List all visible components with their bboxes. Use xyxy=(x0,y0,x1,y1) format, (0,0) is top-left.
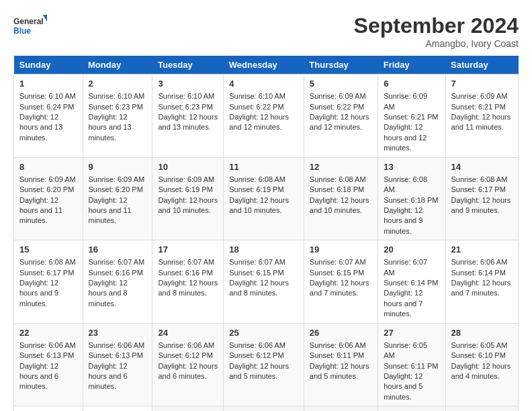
sunset-text: Sunset: 6:22 PM xyxy=(310,103,364,111)
day-number: 5 xyxy=(310,78,372,90)
sunrise-text: Sunrise: 6:08 AM xyxy=(384,175,427,193)
sunset-text: Sunset: 6:21 PM xyxy=(384,113,438,121)
sunset-text: Sunset: 6:17 PM xyxy=(19,269,74,277)
calendar-cell: 10 Sunrise: 6:09 AM Sunset: 6:19 PM Dayl… xyxy=(152,157,224,240)
daylight-text: Daylight: 12 hours and 7 minutes. xyxy=(451,279,511,297)
calendar-cell: 16 Sunrise: 6:07 AM Sunset: 6:16 PM Dayl… xyxy=(83,240,152,324)
day-number: 7 xyxy=(451,78,513,90)
sunset-text: Sunset: 6:17 PM xyxy=(451,185,506,193)
sunset-text: Sunset: 6:13 PM xyxy=(19,351,74,359)
daylight-text: Daylight: 12 hours and 9 minutes. xyxy=(19,279,58,308)
day-number: 4 xyxy=(229,78,298,90)
calendar-table: Sunday Monday Tuesday Wednesday Thursday… xyxy=(13,56,519,411)
sunset-text: Sunset: 6:12 PM xyxy=(229,351,283,359)
sunset-text: Sunset: 6:16 PM xyxy=(89,269,143,277)
day-number: 17 xyxy=(158,244,218,256)
daylight-text: Daylight: 12 hours and 13 minutes. xyxy=(89,113,132,142)
daylight-text: Daylight: 12 hours and 9 minutes. xyxy=(451,196,511,214)
daylight-text: Daylight: 12 hours and 7 minutes. xyxy=(384,289,423,318)
day-number: 28 xyxy=(451,327,513,339)
calendar-cell: 19 Sunrise: 6:07 AM Sunset: 6:15 PM Dayl… xyxy=(304,240,378,324)
sunrise-text: Sunrise: 6:09 AM xyxy=(384,92,427,110)
sunrise-text: Sunrise: 6:08 AM xyxy=(229,175,285,183)
sunrise-text: Sunrise: 6:08 AM xyxy=(310,175,366,183)
day-number: 25 xyxy=(229,327,298,339)
calendar-cell: 22 Sunrise: 6:06 AM Sunset: 6:13 PM Dayl… xyxy=(14,323,83,406)
sunrise-text: Sunrise: 6:06 AM xyxy=(451,258,508,266)
title-section: September 2024 Amangbo, Ivory Coast xyxy=(354,13,519,49)
calendar-cell: 30 Sunrise: 6:05 AM Sunset: 6:09 PM Dayl… xyxy=(83,406,152,411)
calendar-cell xyxy=(224,406,304,411)
day-number: 24 xyxy=(158,327,218,339)
calendar-cell: 13 Sunrise: 6:08 AM Sunset: 6:18 PM Dayl… xyxy=(378,157,445,240)
sunrise-text: Sunrise: 6:05 AM xyxy=(384,341,427,359)
svg-marker-2 xyxy=(43,15,47,21)
day-number: 6 xyxy=(384,78,439,90)
calendar-cell: 26 Sunrise: 6:06 AM Sunset: 6:11 PM Dayl… xyxy=(304,323,378,406)
sunset-text: Sunset: 6:11 PM xyxy=(310,351,364,359)
day-number: 21 xyxy=(451,244,513,256)
daylight-text: Daylight: 12 hours and 8 minutes. xyxy=(89,279,128,308)
calendar-row: 22 Sunrise: 6:06 AM Sunset: 6:13 PM Dayl… xyxy=(14,323,519,406)
day-number: 8 xyxy=(19,161,77,173)
sunrise-text: Sunrise: 6:09 AM xyxy=(158,175,214,183)
calendar-row: 15 Sunrise: 6:08 AM Sunset: 6:17 PM Dayl… xyxy=(14,240,519,324)
sunrise-text: Sunrise: 6:07 AM xyxy=(158,258,214,266)
sunrise-text: Sunrise: 6:06 AM xyxy=(19,341,76,349)
day-number: 26 xyxy=(310,327,372,339)
sunrise-text: Sunrise: 6:06 AM xyxy=(310,341,366,349)
header-wednesday: Wednesday xyxy=(224,56,304,75)
day-number: 13 xyxy=(384,161,439,173)
sunset-text: Sunset: 6:20 PM xyxy=(19,185,74,193)
sunset-text: Sunset: 6:15 PM xyxy=(310,269,364,277)
sunset-text: Sunset: 6:19 PM xyxy=(229,185,283,193)
calendar-cell: 15 Sunrise: 6:08 AM Sunset: 6:17 PM Dayl… xyxy=(14,240,83,324)
sunrise-text: Sunrise: 6:09 AM xyxy=(451,92,508,100)
sunrise-text: Sunrise: 6:08 AM xyxy=(451,175,508,183)
day-number: 15 xyxy=(19,244,77,256)
sunset-text: Sunset: 6:20 PM xyxy=(89,185,143,193)
sunrise-text: Sunrise: 6:07 AM xyxy=(384,258,427,276)
sunrise-text: Sunrise: 6:08 AM xyxy=(19,258,76,266)
calendar-cell: 3 Sunrise: 6:10 AM Sunset: 6:23 PM Dayli… xyxy=(152,75,224,158)
sunset-text: Sunset: 6:21 PM xyxy=(451,103,506,111)
calendar-cell: 7 Sunrise: 6:09 AM Sunset: 6:21 PM Dayli… xyxy=(445,75,518,158)
sunrise-text: Sunrise: 6:05 AM xyxy=(451,341,508,349)
daylight-text: Daylight: 12 hours and 10 minutes. xyxy=(229,196,289,214)
sunset-text: Sunset: 6:14 PM xyxy=(384,279,438,287)
daylight-text: Daylight: 12 hours and 13 minutes. xyxy=(158,113,218,131)
calendar-cell: 1 Sunrise: 6:10 AM Sunset: 6:24 PM Dayli… xyxy=(14,75,83,158)
calendar-cell: 18 Sunrise: 6:07 AM Sunset: 6:15 PM Dayl… xyxy=(224,240,304,324)
calendar-cell xyxy=(378,406,445,411)
calendar-cell: 28 Sunrise: 6:05 AM Sunset: 6:10 PM Dayl… xyxy=(445,323,518,406)
day-number: 19 xyxy=(310,244,372,256)
sunrise-text: Sunrise: 6:07 AM xyxy=(89,258,145,266)
calendar-cell: 8 Sunrise: 6:09 AM Sunset: 6:20 PM Dayli… xyxy=(14,157,83,240)
day-number: 3 xyxy=(158,78,218,90)
sunrise-text: Sunrise: 6:09 AM xyxy=(19,175,76,183)
calendar-cell: 5 Sunrise: 6:09 AM Sunset: 6:22 PM Dayli… xyxy=(304,75,378,158)
calendar-cell: 9 Sunrise: 6:09 AM Sunset: 6:20 PM Dayli… xyxy=(83,157,152,240)
calendar-cell: 14 Sunrise: 6:08 AM Sunset: 6:17 PM Dayl… xyxy=(445,157,518,240)
daylight-text: Daylight: 12 hours and 7 minutes. xyxy=(310,279,369,297)
sunset-text: Sunset: 6:15 PM xyxy=(229,269,283,277)
calendar-cell xyxy=(152,406,224,411)
header-saturday: Saturday xyxy=(445,56,518,75)
daylight-text: Daylight: 12 hours and 11 minutes. xyxy=(89,196,132,225)
daylight-text: Daylight: 12 hours and 11 minutes. xyxy=(19,196,62,225)
daylight-text: Daylight: 12 hours and 5 minutes. xyxy=(384,372,423,401)
daylight-text: Daylight: 12 hours and 4 minutes. xyxy=(451,362,511,380)
day-number: 16 xyxy=(89,244,147,256)
svg-text:General: General xyxy=(13,17,44,26)
sunrise-text: Sunrise: 6:10 AM xyxy=(19,92,76,100)
daylight-text: Daylight: 12 hours and 5 minutes. xyxy=(229,362,289,380)
daylight-text: Daylight: 12 hours and 9 minutes. xyxy=(384,206,423,235)
day-number: 22 xyxy=(19,327,77,339)
sunset-text: Sunset: 6:18 PM xyxy=(384,196,438,204)
day-number: 12 xyxy=(310,161,372,173)
daylight-text: Daylight: 12 hours and 6 minutes. xyxy=(158,362,218,380)
day-number: 10 xyxy=(158,161,218,173)
sunrise-text: Sunrise: 6:10 AM xyxy=(89,92,145,100)
calendar-cell: 11 Sunrise: 6:08 AM Sunset: 6:19 PM Dayl… xyxy=(224,157,304,240)
calendar-cell: 25 Sunrise: 6:06 AM Sunset: 6:12 PM Dayl… xyxy=(224,323,304,406)
